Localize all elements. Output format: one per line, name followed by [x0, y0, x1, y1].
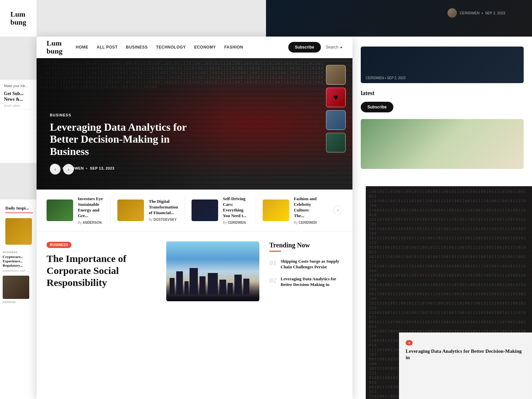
article-category-tag: BUSINESS: [47, 242, 71, 248]
trending-author-3: By CERIDWEN: [223, 221, 249, 224]
trending-item-4[interactable]: Fashion and Celebrity Culture: The... By…: [263, 196, 327, 224]
hero-avatar-4: [326, 133, 346, 153]
search-area[interactable]: Search ●: [326, 45, 342, 50]
trending-title-1: Investors Eye Sustainable Energy and Gre…: [78, 196, 104, 219]
trending-info-2: The Digital Transformation of Financial.…: [149, 199, 178, 221]
right-overlay-title: Leveraging Data Analytics for Better Dec…: [406, 348, 525, 361]
hero-title: Leveraging Data Analytics for Better Dec…: [50, 121, 190, 158]
top-dark-header: CERIDWEN ▪ SEP 2, 2023: [266, 0, 532, 37]
newsletter-teaser: Make your inb...: [4, 84, 34, 88]
trending-sidebar-title: Trending Now: [269, 241, 342, 249]
strip-next-button[interactable]: ›: [333, 205, 342, 215]
trending-strip: Investors Eye Sustainable Energy and Gre…: [37, 190, 352, 231]
article-section: BUSINESS The Importance of Cor: [47, 241, 259, 301]
logo: Lumbung: [47, 39, 63, 55]
search-icon[interactable]: ●: [340, 45, 342, 50]
trending-author-4: By CERIDWEN: [294, 221, 320, 224]
top-logo-area: Lumbung: [0, 0, 37, 37]
trending-sidebar-text-1: Shipping Costs Surge as Supply Chain Cha…: [281, 258, 342, 270]
trending-author-2: By DOSTOEVSKY: [149, 218, 178, 221]
trending-thumb-4: [263, 200, 289, 221]
hero-avatar-3: [326, 110, 346, 130]
top-author-name: CERIDWEN ▪ SEP 2, 2023: [460, 11, 505, 15]
hero-content: BUSINESS Leveraging Data Analytics for B…: [50, 113, 190, 173]
nav-economy[interactable]: ECONOMY: [194, 45, 216, 50]
search-label: Search: [326, 45, 338, 50]
right-dark-img: CERIDWEN ▪ SEP 2, 2023: [361, 47, 524, 83]
hero-avatar-1: [326, 65, 346, 85]
top-author-info: CERIDWEN ▪ SEP 2, 2023: [448, 8, 505, 18]
fashion-tag: FASHION: [3, 301, 36, 304]
daily-inspi-title: Daily Inspi...: [5, 205, 33, 213]
main-window: Lumbung HOME ALL POST BUSINESS TECHNOLOG…: [37, 37, 352, 399]
bottom-card-tag: BUSINESS: [3, 251, 36, 254]
slider-next-button[interactable]: ›: [63, 164, 74, 175]
trending-thumb-1: [47, 200, 73, 221]
trending-item-2[interactable]: The Digital Transformation of Financial.…: [117, 196, 185, 224]
bottom-left-panel: Daily Inspi... BUSINESS Cryptocurr... Ex…: [0, 200, 38, 399]
trending-info-3: Self-Driving Cars: Everything You Need t…: [223, 196, 249, 224]
top-author-avatar: [448, 8, 457, 18]
right-article-overlay: ● Leveraging Data Analytics for Better D…: [399, 332, 532, 399]
right-panel-content: CERIDWEN ▪ SEP 2, 2023 latest Subscribe: [352, 37, 532, 186]
trending-item-1[interactable]: Investors Eye Sustainable Energy and Gre…: [47, 196, 111, 224]
bottom-card-title: Cryptocurr... Experience... Regulatory..…: [3, 255, 36, 268]
nav-fashion[interactable]: FASHION: [224, 45, 243, 50]
newsletter-email-placeholder[interactable]: Email addre...: [4, 104, 34, 109]
subscribe-button[interactable]: Subscribe: [288, 42, 321, 53]
right-overlay-tag: ●: [406, 340, 413, 345]
trending-num-2: 02: [269, 277, 277, 284]
newsletter-sidebar: Make your inb... Get Sub...News &... Ema…: [0, 80, 38, 163]
trending-sidebar-text-2: Leveraging Data Analytics for Better Dec…: [281, 276, 342, 288]
trending-num-1: 01: [269, 259, 277, 266]
trending-title-2: The Digital Transformation of Financial.…: [149, 199, 178, 216]
trending-title-3: Self-Driving Cars: Everything You Need t…: [223, 196, 249, 219]
daily-inspi-section: Daily Inspi...: [3, 202, 36, 251]
trending-info-4: Fashion and Celebrity Culture: The... By…: [294, 196, 320, 224]
bottom-card-meta: ANDERSON ▪ SEP ...: [3, 269, 36, 272]
bottom-card-crypto: Daily Inspi... BUSINESS Cryptocurr... Ex…: [0, 200, 38, 307]
nav-technology[interactable]: TECHNOLOGY: [156, 45, 186, 50]
header: Lumbung HOME ALL POST BUSINESS TECHNOLOG…: [37, 37, 352, 58]
hero-avatar-2: ♥: [326, 87, 346, 107]
hero-date: SEP 13, 2023: [90, 166, 115, 170]
trending-thumb-2: [117, 200, 144, 221]
right-subscribe-button[interactable]: Subscribe: [361, 102, 393, 112]
nav-business[interactable]: BUSINESS: [126, 45, 148, 50]
trending-title-4: Fashion and Celebrity Culture: The...: [294, 196, 320, 219]
header-right: Subscribe Search ●: [288, 42, 342, 53]
content-area: BUSINESS The Importance of Cor: [37, 231, 352, 311]
hero-slider: ♥ BUSINESS Leveraging Data Analytics for…: [37, 58, 352, 190]
trending-item-3[interactable]: Self-Driving Cars: Everything You Need t…: [192, 196, 256, 224]
trending-divider: [269, 251, 281, 252]
newsletter-heading: Get Sub...News &...: [4, 91, 34, 102]
nav-home[interactable]: HOME: [76, 45, 88, 50]
right-landscape-img: [361, 119, 524, 169]
right-section-title: latest: [361, 90, 524, 97]
navigation: HOME ALL POST BUSINESS TECHNOLOGY ECONOM…: [76, 45, 288, 50]
background-logo: Lumbung: [10, 10, 26, 26]
trending-thumb-3: [192, 200, 218, 221]
trending-sidebar: Trending Now 01 Shipping Costs Surge as …: [269, 241, 342, 301]
bottom-card-img2: [3, 276, 29, 299]
slider-prev-button[interactable]: ‹: [50, 164, 61, 175]
trending-sidebar-item-1[interactable]: 01 Shipping Costs Surge as Supply Chain …: [269, 258, 342, 270]
hero-category: BUSINESS: [50, 113, 190, 117]
article-image: [166, 241, 259, 301]
hero-floating-images: ♥: [326, 65, 346, 153]
daily-inspi-card: [5, 218, 32, 245]
trending-info-1: Investors Eye Sustainable Energy and Gre…: [78, 196, 104, 224]
trending-sidebar-item-2[interactable]: 02 Leveraging Data Analytics for Better …: [269, 276, 342, 288]
trending-author-1: By ANDERSON: [78, 221, 104, 224]
right-author-info: CERIDWEN ▪ SEP 2, 2023: [366, 76, 406, 80]
nav-all-post[interactable]: ALL POST: [97, 45, 118, 50]
